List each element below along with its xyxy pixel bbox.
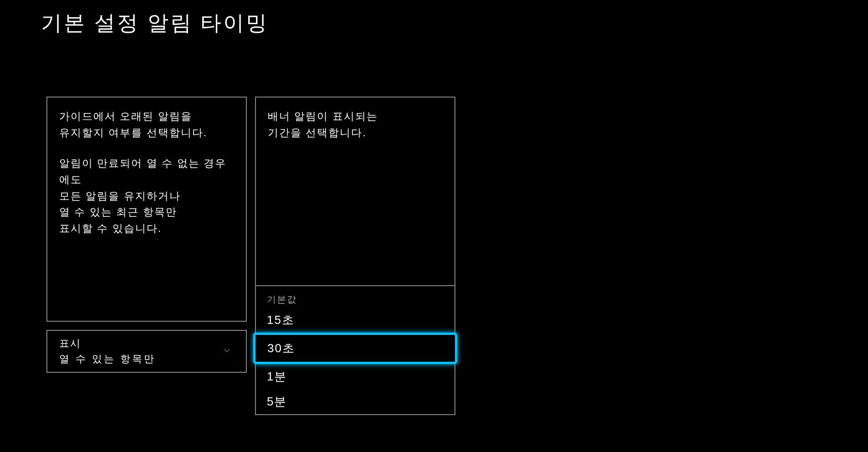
duration-dropdown-header: 기본값 (256, 286, 454, 308)
page-title: 기본 설정 알림 타이밍 (0, 0, 868, 37)
right-desc-line-1: 배너 알림이 표시되는 (268, 108, 443, 125)
left-description-box: 가이드에서 오래된 알림을 유지할지 여부를 선택합니다. 알림이 만료되어 열… (46, 97, 247, 322)
chevron-down-icon (221, 346, 232, 357)
display-dropdown-label: 표시 (59, 337, 156, 350)
right-column: 배너 알림이 표시되는 기간을 선택합니다. 기본값 15초 30초 1분 5분 (255, 97, 455, 373)
left-column: 가이드에서 오래된 알림을 유지할지 여부를 선택합니다. 알림이 만료되어 열… (46, 97, 247, 373)
settings-content: 가이드에서 오래된 알림을 유지할지 여부를 선택합니다. 알림이 만료되어 열… (0, 37, 868, 373)
duration-dropdown-open[interactable]: 기본값 15초 30초 1분 5분 (255, 285, 455, 415)
display-dropdown-value: 열 수 있는 항목만 (59, 352, 156, 366)
display-dropdown[interactable]: 표시 열 수 있는 항목만 (46, 330, 247, 373)
left-desc-line-3: 알림이 만료되어 열 수 없는 경우에도 (59, 155, 234, 188)
left-desc-line-6: 표시할 수 있습니다. (59, 221, 234, 237)
left-desc-line-5: 열 수 있는 최근 항목만 (59, 204, 234, 221)
duration-option-5m[interactable]: 5분 (256, 389, 454, 414)
duration-option-1m[interactable]: 1분 (256, 364, 454, 389)
duration-option-15s[interactable]: 15초 (256, 308, 454, 333)
right-desc-line-2: 기간을 선택합니다. (268, 125, 443, 141)
left-desc-line-1: 가이드에서 오래된 알림을 (59, 108, 234, 125)
left-desc-line-4: 모든 알림을 유지하거나 (59, 188, 234, 205)
left-desc-line-2: 유지할지 여부를 선택합니다. (59, 125, 234, 141)
duration-option-30s[interactable]: 30초 (253, 333, 457, 364)
